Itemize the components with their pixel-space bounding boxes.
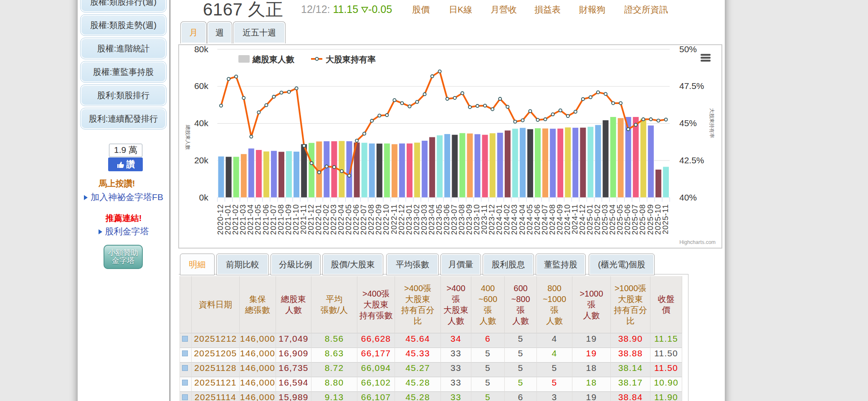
svg-text:總股東人數: 總股東人數	[252, 55, 295, 64]
svg-text:大股東持有率: 大股東持有率	[709, 108, 715, 138]
svg-text:0k: 0k	[199, 193, 209, 202]
svg-text:2025-11: 2025-11	[661, 204, 670, 234]
svg-text:47.5%: 47.5%	[679, 81, 704, 91]
svg-text:20k: 20k	[194, 155, 208, 165]
svg-text:80k: 80k	[194, 45, 208, 54]
svg-text:50%: 50%	[679, 45, 697, 54]
svg-text:40%: 40%	[679, 193, 697, 202]
svg-text:42.5%: 42.5%	[679, 155, 704, 165]
svg-text:45%: 45%	[679, 118, 697, 128]
svg-text:40k: 40k	[194, 118, 208, 128]
svg-text:總股東人數: 總股東人數	[185, 124, 191, 150]
svg-text:60k: 60k	[194, 81, 208, 91]
svg-text:Highcharts.com: Highcharts.com	[679, 239, 716, 245]
svg-text:大股東持有率: 大股東持有率	[326, 55, 376, 64]
